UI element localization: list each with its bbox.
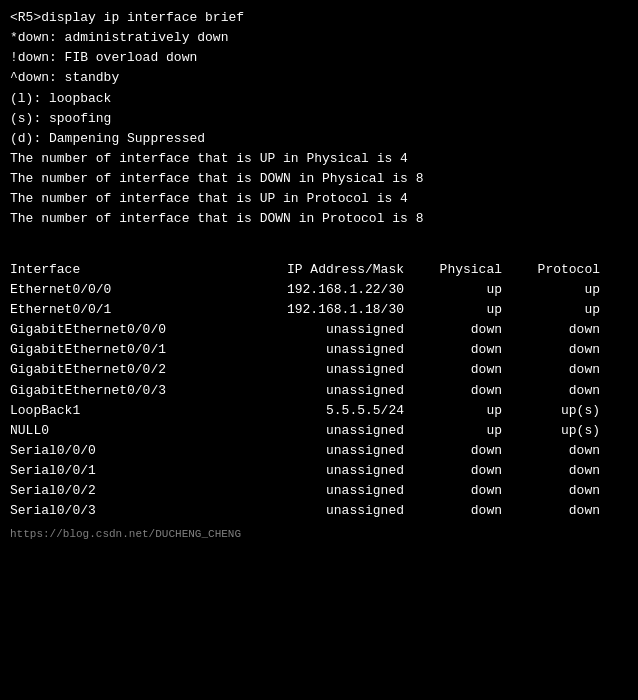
table-header-row: Interface IP Address/Mask Physical Proto… — [10, 260, 628, 280]
summary-line-2: The number of interface that is UP in Pr… — [10, 189, 628, 209]
watermark-area: https://blog.csdn.net/DUCHENG_CHENG — [10, 526, 628, 543]
interface-table: Interface IP Address/Mask Physical Proto… — [10, 260, 628, 280]
header-physical: Physical — [420, 260, 510, 280]
legend-section: *down: administratively down !down: FIB … — [10, 28, 628, 149]
legend-line-1: !down: FIB overload down — [10, 48, 628, 68]
header-ip: IP Address/Mask — [220, 260, 420, 280]
legend-line-3: (l): loopback — [10, 89, 628, 109]
header-protocol: Protocol — [510, 260, 600, 280]
legend-line-2: ^down: standby — [10, 68, 628, 88]
table-row: GigabitEthernet0/0/2unassigneddowndown — [10, 360, 628, 380]
header-interface: Interface — [10, 260, 220, 280]
watermark-text: https://blog.csdn.net/DUCHENG_CHENG — [10, 526, 628, 543]
table-row: Ethernet0/0/1192.168.1.18/30upup — [10, 300, 628, 320]
table-body: Ethernet0/0/0192.168.1.22/30upupEthernet… — [10, 280, 628, 522]
legend-line-5: (d): Dampening Suppressed — [10, 129, 628, 149]
table-row: Serial0/0/2unassigneddowndown — [10, 481, 628, 501]
legend-line-0: *down: administratively down — [10, 28, 628, 48]
table-row: Serial0/0/3unassigneddowndown — [10, 501, 628, 521]
table-row: Serial0/0/0unassigneddowndown — [10, 441, 628, 461]
summary-section: The number of interface that is UP in Ph… — [10, 149, 628, 230]
table-row: GigabitEthernet0/0/0unassigneddowndown — [10, 320, 628, 340]
prompt-line: <R5>display ip interface brief — [10, 8, 628, 28]
table-row: GigabitEthernet0/0/1unassigneddowndown — [10, 340, 628, 360]
summary-line-3: The number of interface that is DOWN in … — [10, 209, 628, 229]
table-row: Ethernet0/0/0192.168.1.22/30upup — [10, 280, 628, 300]
table-row: NULL0unassignedupup(s) — [10, 421, 628, 441]
summary-line-1: The number of interface that is DOWN in … — [10, 169, 628, 189]
summary-line-0: The number of interface that is UP in Ph… — [10, 149, 628, 169]
table-row: GigabitEthernet0/0/3unassigneddowndown — [10, 381, 628, 401]
spacer — [10, 230, 628, 250]
table-row: LoopBack15.5.5.5/24upup(s) — [10, 401, 628, 421]
legend-line-4: (s): spoofing — [10, 109, 628, 129]
table-row: Serial0/0/1unassigneddowndown — [10, 461, 628, 481]
